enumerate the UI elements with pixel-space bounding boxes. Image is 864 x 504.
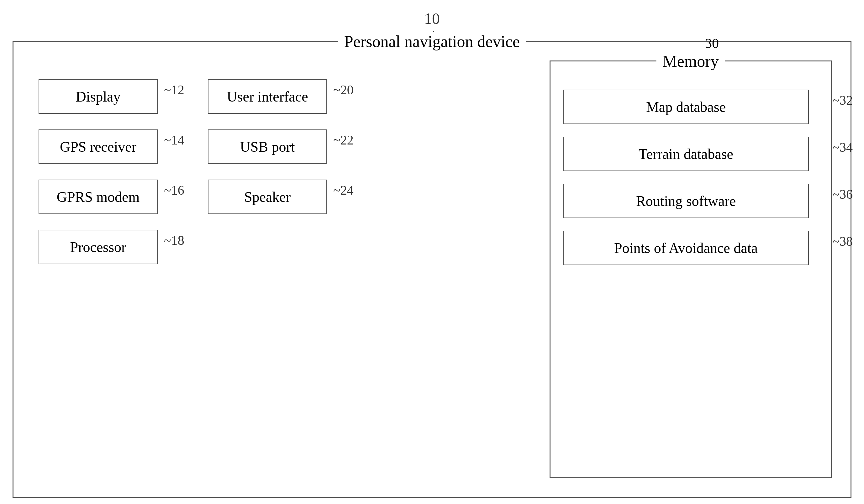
- avoidance-ref: ~38: [832, 234, 853, 249]
- display-label: Display: [75, 88, 120, 105]
- terraindb-label: Terrain database: [639, 146, 733, 163]
- processor-box: Processor: [38, 230, 158, 264]
- gprs-label: GPRS modem: [57, 189, 140, 205]
- display-box: Display: [38, 79, 158, 114]
- main-box: Personal navigation device 30 ( Display …: [13, 41, 851, 498]
- speaker-label: Speaker: [244, 189, 291, 205]
- gprs-box: GPRS modem: [38, 180, 158, 214]
- ui-ref: ~20: [333, 82, 353, 97]
- processor-label: Processor: [70, 239, 126, 255]
- gps-ref: ~14: [164, 133, 184, 148]
- gps-label: GPS receiver: [60, 139, 136, 155]
- routing-ref: ~36: [832, 187, 853, 202]
- memory-ref-number: 30: [705, 35, 719, 51]
- memory-box: Memory Map database ~32 Terrain database…: [550, 60, 832, 478]
- usb-ref: ~22: [333, 133, 353, 148]
- figure-number: 10: [424, 9, 440, 27]
- speaker-box: Speaker: [208, 180, 327, 214]
- processor-ref: ~18: [164, 233, 184, 248]
- main-box-label: Personal navigation device: [338, 32, 526, 51]
- routing-box: Routing software: [563, 184, 809, 218]
- terraindb-box: Terrain database: [563, 137, 809, 171]
- routing-label: Routing software: [636, 193, 736, 209]
- memory-label: Memory: [656, 52, 725, 71]
- ui-box: User interface: [208, 79, 327, 114]
- gps-box: GPS receiver: [38, 130, 158, 164]
- mapdb-box: Map database: [563, 89, 809, 124]
- ui-label: User interface: [227, 88, 308, 105]
- display-ref: ~12: [164, 82, 184, 97]
- speaker-ref: ~24: [333, 183, 353, 198]
- gprs-ref: ~16: [164, 183, 184, 198]
- usb-label: USB port: [240, 139, 295, 155]
- avoidance-label: Points of Avoidance data: [614, 240, 758, 256]
- avoidance-box: Points of Avoidance data: [563, 231, 809, 265]
- usb-box: USB port: [208, 130, 327, 164]
- mapdb-ref: ~32: [832, 93, 853, 108]
- mapdb-label: Map database: [646, 99, 726, 115]
- terraindb-ref: ~34: [832, 140, 853, 155]
